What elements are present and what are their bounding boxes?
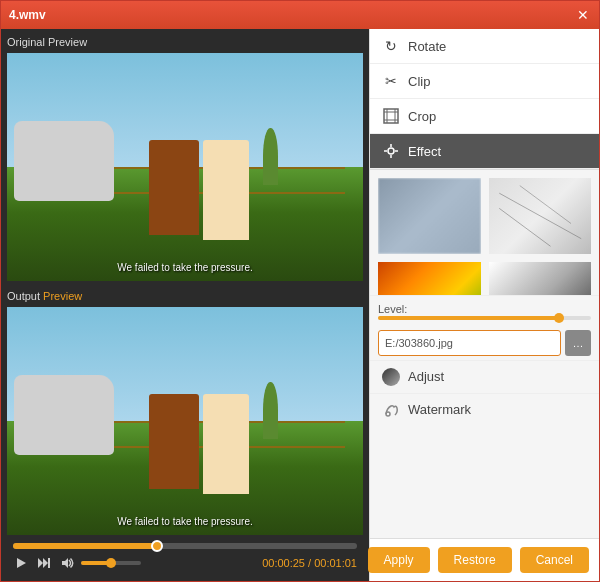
bottom-buttons: Apply Restore Cancel bbox=[370, 538, 599, 581]
original-preview: We failed to take the pressure. bbox=[7, 53, 363, 281]
title-bar: 4.wmv ✕ bbox=[1, 1, 599, 29]
original-subtitle: We failed to take the pressure. bbox=[117, 262, 252, 273]
output-subtitle: We failed to take the pressure. bbox=[117, 516, 252, 527]
time-current: 00:00:25 bbox=[262, 557, 305, 569]
svg-marker-2 bbox=[43, 558, 48, 568]
rotate-icon: ↻ bbox=[382, 37, 400, 55]
crop-label: Crop bbox=[408, 109, 436, 124]
svg-line-15 bbox=[499, 193, 581, 239]
time-separator: / bbox=[305, 557, 314, 569]
output-horse bbox=[14, 375, 114, 455]
file-input-row: … bbox=[370, 326, 599, 360]
adjust-item[interactable]: Adjust bbox=[370, 360, 599, 393]
effect-grid-inner: Material bbox=[376, 176, 593, 295]
left-panel: Original Preview We failed to take the p… bbox=[1, 29, 369, 581]
effect-mono-thumb[interactable] bbox=[487, 260, 594, 295]
adjust-label: Adjust bbox=[408, 369, 444, 384]
level-label: Level: bbox=[378, 303, 407, 315]
effect-mono-visual bbox=[489, 262, 592, 295]
svg-rect-5 bbox=[384, 109, 398, 123]
controls-bar: 00:00:25 / 00:01:01 bbox=[7, 539, 363, 575]
volume-slider[interactable] bbox=[81, 561, 141, 565]
clip-label: Clip bbox=[408, 74, 430, 89]
svg-line-16 bbox=[499, 208, 550, 246]
cancel-button[interactable]: Cancel bbox=[520, 547, 589, 573]
watermark-item[interactable]: Watermark bbox=[370, 393, 599, 426]
volume-button[interactable] bbox=[59, 555, 77, 571]
original-preview-label: Original Preview bbox=[7, 35, 363, 49]
file-browse-button[interactable]: … bbox=[565, 330, 591, 356]
level-slider[interactable] bbox=[378, 316, 591, 320]
progress-bar[interactable] bbox=[13, 543, 357, 549]
output-tree bbox=[263, 382, 277, 439]
crop-icon bbox=[382, 107, 400, 125]
output-person1 bbox=[149, 394, 199, 490]
tree-element bbox=[263, 128, 277, 185]
effect-color-thumb[interactable] bbox=[376, 260, 483, 295]
play-icon bbox=[15, 557, 27, 569]
tool-effect[interactable]: Effect bbox=[370, 134, 599, 169]
effect-blur-visual bbox=[378, 178, 481, 254]
tool-clip[interactable]: ✂ Clip bbox=[370, 64, 599, 99]
effect-sketch-thumb[interactable] bbox=[487, 176, 594, 256]
time-total: 00:01:01 bbox=[314, 557, 357, 569]
output-preview: We failed to take the pressure. bbox=[7, 307, 363, 535]
svg-marker-4 bbox=[62, 558, 68, 568]
svg-marker-1 bbox=[38, 558, 43, 568]
effect-color-visual bbox=[378, 262, 481, 295]
level-fill bbox=[378, 316, 559, 320]
tool-crop[interactable]: Crop bbox=[370, 99, 599, 134]
svg-point-18 bbox=[386, 412, 390, 416]
adjust-icon bbox=[382, 368, 400, 386]
output-preview-label: Output Preview bbox=[7, 289, 363, 303]
effect-label: Effect bbox=[408, 144, 441, 159]
level-thumb bbox=[554, 313, 564, 323]
right-panel: ↻ Rotate ✂ Clip Crop Effec bbox=[369, 29, 599, 581]
play-button[interactable] bbox=[13, 555, 29, 571]
sketch-overlay bbox=[489, 178, 592, 254]
tool-rotate[interactable]: ↻ Rotate bbox=[370, 29, 599, 64]
forward-icon bbox=[37, 557, 51, 569]
svg-marker-0 bbox=[17, 558, 26, 568]
close-button[interactable]: ✕ bbox=[575, 7, 591, 23]
level-track bbox=[378, 316, 591, 320]
output-scene bbox=[7, 307, 363, 535]
svg-point-10 bbox=[388, 148, 394, 154]
person1-element bbox=[149, 140, 199, 236]
effect-icon bbox=[382, 142, 400, 160]
person2-element bbox=[203, 140, 249, 240]
effect-sketch-visual bbox=[489, 178, 592, 254]
time-display: 00:00:25 / 00:01:01 bbox=[262, 557, 357, 569]
effect-grid: Material bbox=[370, 170, 599, 295]
controls-row: 00:00:25 / 00:01:01 bbox=[13, 555, 357, 571]
watermark-icon bbox=[382, 401, 400, 419]
watermark-label: Watermark bbox=[408, 402, 471, 417]
volume-area bbox=[59, 555, 141, 571]
progress-fill bbox=[13, 543, 157, 549]
volume-thumb bbox=[106, 558, 116, 568]
horse-element bbox=[14, 121, 114, 201]
original-scene bbox=[7, 53, 363, 281]
forward-button[interactable] bbox=[35, 555, 53, 571]
volume-icon bbox=[61, 557, 75, 569]
app-window: 4.wmv ✕ Original Preview We failed to bbox=[0, 0, 600, 582]
rotate-label: Rotate bbox=[408, 39, 446, 54]
clip-icon: ✂ bbox=[382, 72, 400, 90]
tool-menu: ↻ Rotate ✂ Clip Crop Effec bbox=[370, 29, 599, 170]
apply-button[interactable]: Apply bbox=[368, 547, 430, 573]
restore-button[interactable]: Restore bbox=[438, 547, 512, 573]
main-content: Original Preview We failed to take the p… bbox=[1, 29, 599, 581]
svg-line-17 bbox=[519, 186, 570, 224]
window-title: 4.wmv bbox=[9, 8, 46, 22]
effect-blur-thumb[interactable] bbox=[376, 176, 483, 256]
output-person2 bbox=[203, 394, 249, 494]
progress-thumb bbox=[151, 540, 163, 552]
level-section: Level: bbox=[370, 295, 599, 326]
file-path-input[interactable] bbox=[378, 330, 561, 356]
